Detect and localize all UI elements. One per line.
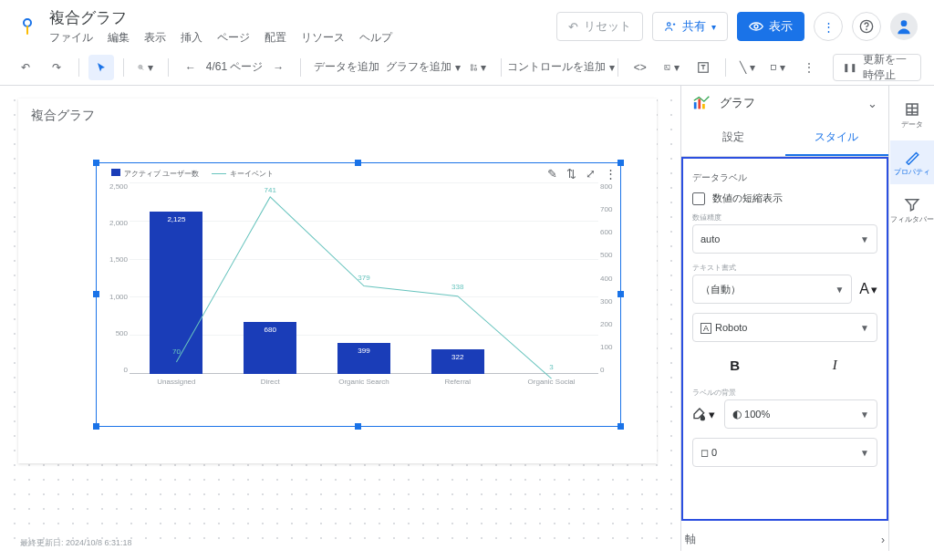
menu-help[interactable]: ヘルプ xyxy=(359,30,392,46)
chart-selected[interactable]: ✎ ⇅ ⤢ ⋮ アクティブ ユーザー数 キーイベント 2,5002,0001,5… xyxy=(96,162,621,427)
page-title: 複合グラフ xyxy=(18,99,657,133)
chart-plot: 2,5002,0001,5001,0005000 800700600500400… xyxy=(130,182,598,374)
zoom-button[interactable]: ▾ xyxy=(132,55,159,80)
tab-style[interactable]: スタイル xyxy=(785,120,889,156)
last-updated: 最終更新日: 2024/10/8 6:31:18 xyxy=(20,537,132,549)
app-logo xyxy=(16,16,38,37)
rail-data[interactable]: データ xyxy=(890,93,934,137)
share-button[interactable]: 共有▾ xyxy=(652,12,728,41)
menu-edit[interactable]: 編集 xyxy=(108,30,130,46)
menu-page[interactable]: ページ xyxy=(217,30,250,46)
account-avatar[interactable] xyxy=(890,13,918,40)
add-data-button[interactable]: データを追加 xyxy=(310,55,379,80)
redo-button[interactable]: ↷ xyxy=(44,55,69,80)
svg-point-1 xyxy=(668,23,671,26)
menu-resource[interactable]: リソース xyxy=(301,30,345,46)
menu-file[interactable]: ファイル xyxy=(49,30,93,46)
view-button[interactable]: 表示 xyxy=(737,12,804,41)
reset-button[interactable]: ↶リセット xyxy=(556,12,643,41)
next-page-button[interactable]: → xyxy=(265,55,291,80)
tab-settings[interactable]: 設定 xyxy=(681,120,785,156)
image-button[interactable]: ▾ xyxy=(659,55,685,80)
pause-updates-button[interactable]: ❚❚更新を一時停止 xyxy=(833,54,921,81)
font-family-select[interactable]: ARoboto▼ xyxy=(692,313,877,342)
properties-panel: グラフ ⌄ 設定 スタイル データラベル 数値の短縮表示 数値精度 auto▼ … xyxy=(680,86,888,551)
add-chart-button[interactable]: グラフを追加 ▾ xyxy=(384,55,459,80)
more-options-button[interactable]: ⋮ xyxy=(814,12,843,41)
resize-handle[interactable] xyxy=(93,423,99,430)
canvas[interactable]: 複合グラフ ✎ ⇅ ⤢ ⋮ アクティブ ユーザー数 キーイベン xyxy=(0,86,680,551)
axis-section[interactable]: 軸› xyxy=(681,521,888,551)
svg-point-0 xyxy=(24,19,31,26)
divider xyxy=(78,58,79,77)
undo-button[interactable]: ↶ xyxy=(13,55,38,80)
svg-point-2 xyxy=(754,25,758,28)
menu-arrange[interactable]: 配置 xyxy=(265,30,286,46)
resize-handle[interactable] xyxy=(93,160,99,166)
panel-header[interactable]: グラフ ⌄ xyxy=(681,86,888,120)
bold-button[interactable]: B xyxy=(692,351,778,379)
border-width-select[interactable]: ◻ 0▼ xyxy=(692,438,877,467)
resize-handle[interactable] xyxy=(355,160,361,166)
rail-properties[interactable]: プロパティ xyxy=(890,140,934,184)
embed-button[interactable]: <> xyxy=(628,55,653,80)
menu-view[interactable]: 表示 xyxy=(144,30,166,46)
svg-point-15 xyxy=(666,66,667,67)
bg-color-button[interactable]: ▾ xyxy=(692,407,715,421)
svg-rect-10 xyxy=(474,67,476,69)
prev-page-button[interactable]: ← xyxy=(178,55,203,80)
bg-opacity-select[interactable]: ◐ 100%▼ xyxy=(724,399,877,429)
resize-handle[interactable] xyxy=(617,160,624,166)
report-page[interactable]: 複合グラフ ✎ ⇅ ⤢ ⋮ アクティブ ユーザー数 キーイベン xyxy=(18,99,657,463)
line-button[interactable]: ╲ ▾ xyxy=(734,55,760,80)
resize-handle[interactable] xyxy=(355,423,361,430)
chart-more-icon[interactable]: ⋮ xyxy=(605,167,617,181)
svg-rect-18 xyxy=(694,102,697,109)
drill-chart-icon[interactable]: ⤢ xyxy=(586,167,596,181)
sort-chart-icon[interactable]: ⇅ xyxy=(566,167,576,181)
compact-numbers-checkbox[interactable]: 数値の短縮表示 xyxy=(692,192,877,205)
svg-rect-20 xyxy=(702,104,705,109)
resize-handle[interactable] xyxy=(93,291,99,297)
svg-point-5 xyxy=(901,20,908,26)
svg-rect-17 xyxy=(772,65,776,69)
selection-tool[interactable] xyxy=(88,55,114,80)
menu-insert[interactable]: 挿入 xyxy=(181,30,202,46)
text-size-select[interactable]: （自動）▼ xyxy=(692,275,852,304)
svg-point-4 xyxy=(867,29,867,30)
svg-rect-19 xyxy=(698,99,700,109)
section-datalabel: データラベル xyxy=(692,171,877,184)
add-control-button[interactable]: コントロールを追加 ▾ xyxy=(510,55,608,80)
right-rail: データ プロパティ フィルタバー xyxy=(888,86,934,551)
font-color-button[interactable]: A▾ xyxy=(859,275,877,304)
text-button[interactable] xyxy=(690,55,716,80)
edit-chart-icon[interactable]: ✎ xyxy=(547,167,557,181)
precision-select[interactable]: auto▼ xyxy=(692,224,877,254)
add-community-button[interactable]: ▾ xyxy=(465,55,492,80)
doc-title[interactable]: 複合グラフ xyxy=(49,7,556,28)
rail-filter[interactable]: フィルタバー xyxy=(890,188,934,232)
shape-button[interactable]: ▾ xyxy=(765,55,791,80)
menu-bar: ファイル 編集 表示 挿入 ページ 配置 リソース ヘルプ xyxy=(49,30,556,46)
italic-button[interactable]: I xyxy=(793,351,878,379)
svg-rect-8 xyxy=(471,64,472,66)
svg-rect-9 xyxy=(471,67,472,69)
help-button[interactable] xyxy=(852,12,881,41)
resize-handle[interactable] xyxy=(617,423,624,430)
more-tools-button[interactable]: ⋮ xyxy=(796,55,822,80)
page-indicator[interactable]: 4/61 ページ xyxy=(209,55,260,80)
